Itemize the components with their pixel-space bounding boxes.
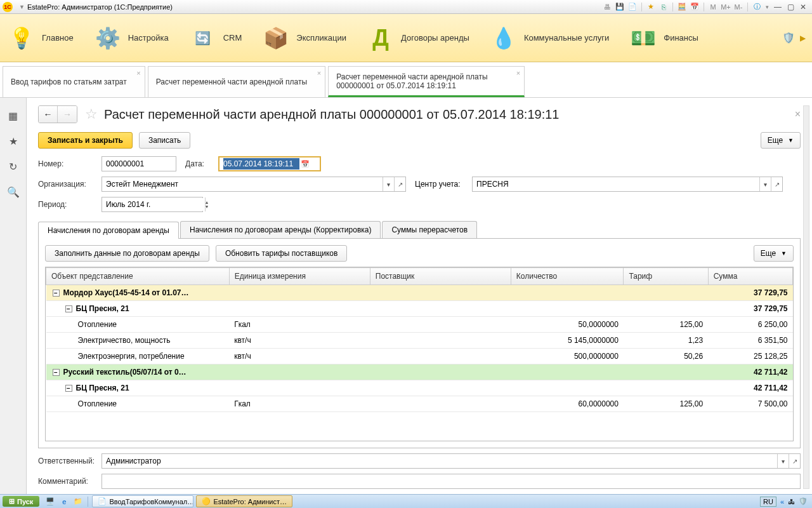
search-icon[interactable]: 🔍 [6,184,21,199]
nav-back-button[interactable]: ← [39,106,58,123]
chevron-down-icon[interactable]: ▾ [759,177,771,191]
comment-field[interactable] [102,475,800,488]
maximize-button[interactable]: ▢ [784,2,797,12]
toolbar-main[interactable]: 💡Главное [6,23,74,53]
print-icon[interactable]: 🖶 [602,2,612,12]
chevron-down-icon[interactable]: ▾ [777,454,789,468]
center-combo[interactable]: ▾ ↗ [472,177,783,192]
close-button[interactable]: ✕ [797,2,809,12]
org-field[interactable] [102,178,383,190]
open-icon[interactable]: ↗ [789,454,800,468]
toolbar-contracts[interactable]: ДДоговоры аренды [365,23,469,53]
info-dropdown-icon[interactable]: ▾ [766,4,769,10]
table-row[interactable]: −БЦ Пресня, 2137 729,75 [46,301,793,317]
star-icon[interactable]: ★ [6,133,21,149]
title-dropdown-icon[interactable]: ▼ [19,4,25,10]
mem-mminus[interactable]: M- [733,2,743,12]
open-icon[interactable]: ↗ [771,177,782,191]
period-combo[interactable]: ▴▾ [102,197,203,212]
mem-m[interactable]: M [708,2,718,12]
quick-desktop-icon[interactable]: 🖥️ [44,497,56,505]
table-row[interactable]: −Русский текстиль(05/07/14 от 0…42 711,4… [46,364,793,380]
save-button[interactable]: Записать [139,132,190,149]
table-row[interactable]: Электричество, мощностьквт/ч5 145,000000… [46,333,793,349]
table-row[interactable]: −Мордор Хаус(145-45-14 от 01.07…37 729,7… [46,285,793,301]
table-row[interactable]: ОтоплениеГкал50,0000000125,006 250,00 [46,317,793,333]
calendar-picker-icon[interactable]: 📅 [299,160,311,168]
apps-icon[interactable]: ▦ [6,108,21,123]
col-unit[interactable]: Единица измерения [229,268,370,285]
col-qty[interactable]: Количество [511,268,624,285]
update-tariffs-button[interactable]: Обновить тарифы поставщиков [216,245,348,262]
table-row[interactable]: Электроэнергия, потреблениеквт/ч500,0000… [46,349,793,364]
form-close-button[interactable]: × [795,109,801,120]
shield-icon[interactable]: 🛡️ [782,32,795,44]
center-field[interactable] [473,178,759,190]
inner-tab-accruals[interactable]: Начисления по договорам аренды [38,222,179,239]
col-object[interactable]: Объект представление [46,268,230,285]
calc-icon[interactable]: 🧮 [677,2,687,12]
lang-indicator[interactable]: RU [760,497,776,507]
tray-shield-icon[interactable]: 🛡️ [799,497,808,505]
spinner-icon[interactable]: ▴▾ [205,197,208,211]
mem-mplus[interactable]: M+ [721,2,731,12]
quick-ie-icon[interactable]: e [58,498,70,505]
link-icon[interactable]: ⎘ [658,2,669,12]
accruals-grid[interactable]: Объект представление Единица измерения П… [45,267,794,441]
org-combo[interactable]: ▾ ↗ [102,177,406,192]
close-icon[interactable]: × [136,69,140,77]
save-close-button[interactable]: Записать и закрыть [38,132,133,149]
tab-tariffs[interactable]: Ввод тарифов по статьям затрат× [3,66,145,97]
info-icon[interactable]: ⓘ [752,2,762,12]
period-field[interactable] [102,198,205,211]
favorite-star-icon[interactable]: ☆ [85,106,98,123]
quick-explorer-icon[interactable]: 📁 [72,497,84,505]
tab-calc-list[interactable]: Расчет переменной части арендной платы× [148,66,325,97]
col-sum[interactable]: Сумма [708,268,792,285]
toolbar-settings[interactable]: ⚙️Настройка [93,23,169,53]
more-button[interactable]: Еще▼ [761,132,801,149]
toolbar-more-icon[interactable]: ▶ [800,34,806,43]
nav-forward-button[interactable]: → [58,106,77,123]
tray-network-icon[interactable]: 🖧 [788,498,795,505]
date-field[interactable] [223,158,299,170]
box-icon: 📦 [261,23,291,53]
grid-more-button[interactable]: Еще▼ [754,245,794,262]
doc-icon[interactable]: 📄 [627,2,638,12]
toolbar-crm[interactable]: 🔄CRM [188,23,242,53]
inner-tab-recalc[interactable]: Суммы перерасчетов [382,221,477,238]
close-icon[interactable]: × [317,69,321,77]
responsible-combo[interactable]: ▾ ↗ [102,453,801,469]
table-row[interactable]: ОтоплениеГкал60,0000000125,007 500,00 [46,396,793,412]
save-icon[interactable]: 💾 [615,2,625,12]
tab-calc-doc[interactable]: Расчет переменной части арендной платы 0… [328,66,525,97]
collapse-icon[interactable]: − [65,385,72,392]
toolbar-finance[interactable]: 💵Финансы [628,23,698,53]
history-icon[interactable]: ↻ [6,159,21,174]
col-supplier[interactable]: Поставщик [370,268,511,285]
collapse-icon[interactable]: − [53,290,60,297]
scrollbar[interactable] [803,105,809,489]
toolbar-explications[interactable]: 📦Экспликации [261,23,346,53]
minimize-button[interactable]: — [771,2,784,12]
inner-tab-corrections[interactable]: Начисления по договорам аренды (Корректи… [180,221,381,238]
toolbar-utilities[interactable]: 💧Коммунальные услуги [488,23,609,53]
start-button[interactable]: ⊞Пуск [3,496,39,507]
responsible-field[interactable] [102,455,777,467]
taskbar-item[interactable]: 📄ВводТарифовКоммунал… [92,495,193,507]
fav-icon[interactable]: ★ [646,2,656,12]
chevron-down-icon[interactable]: ▾ [383,177,394,191]
taskbar-item[interactable]: 🟡EstatePro: Админист… [196,495,292,507]
money-icon: 💵 [628,23,658,53]
calendar-icon[interactable]: 📅 [690,2,700,12]
close-icon[interactable]: × [516,69,520,77]
table-row[interactable]: −БЦ Пресня, 2142 711,42 [46,380,793,396]
tray-collapse-icon[interactable]: « [780,498,784,505]
collapse-icon[interactable]: − [65,305,72,312]
collapse-icon[interactable]: − [53,369,60,376]
fill-button[interactable]: Заполнить данные по договорам аренды [45,245,209,262]
open-icon[interactable]: ↗ [394,177,405,191]
col-tariff[interactable]: Тариф [624,268,708,285]
comment-field-wrapper[interactable] [102,474,801,489]
number-field[interactable] [102,156,176,171]
